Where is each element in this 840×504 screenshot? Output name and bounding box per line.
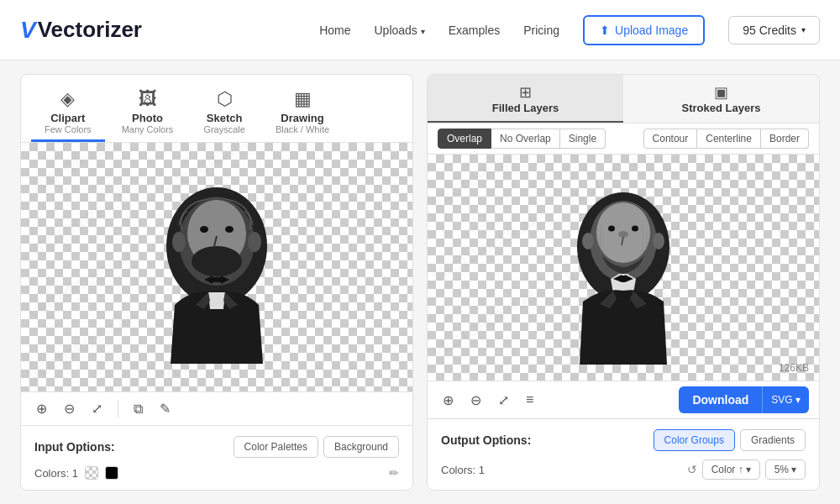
photo-label: Photo bbox=[132, 112, 163, 124]
crop-button[interactable]: ⧉ bbox=[129, 398, 148, 420]
background-button[interactable]: Background bbox=[323, 436, 399, 458]
color-palettes-button[interactable]: Color Palettes bbox=[234, 436, 318, 458]
svg-point-19 bbox=[653, 233, 664, 249]
sub-tab-single[interactable]: Single bbox=[560, 129, 606, 149]
output-zoom-out-button[interactable]: ⊖ bbox=[465, 389, 486, 412]
input-colors-row: Colors: 1 ✏ bbox=[34, 466, 399, 480]
svg-point-14 bbox=[632, 225, 638, 231]
credits-button[interactable]: 95 Credits ▾ bbox=[728, 16, 820, 45]
svg-point-15 bbox=[618, 231, 628, 238]
svg-rect-17 bbox=[622, 276, 625, 282]
photo-icon: 🖼 bbox=[139, 88, 157, 110]
tab-sketch[interactable]: ⬡ Sketch Grayscale bbox=[190, 81, 259, 142]
chevron-down-icon: ▾ bbox=[801, 25, 806, 34]
sketch-sub: Grayscale bbox=[203, 124, 245, 134]
percent-button[interactable]: 5% ▾ bbox=[765, 459, 806, 480]
nav-uploads[interactable]: Uploads ▾ bbox=[374, 24, 424, 37]
tab-photo[interactable]: 🖼 Photo Many Colors bbox=[108, 81, 187, 142]
input-panel: ◈ Clipart Few Colors 🖼 Photo Many Colors… bbox=[20, 74, 413, 491]
zoom-out-button[interactable]: ⊖ bbox=[59, 397, 80, 420]
main-content: ◈ Clipart Few Colors 🖼 Photo Many Colors… bbox=[0, 60, 840, 504]
clipart-icon: ◈ bbox=[60, 88, 75, 110]
drawing-sub: Black / White bbox=[276, 124, 329, 134]
tab-stroked-layers[interactable]: ▣ Stroked Layers bbox=[623, 75, 819, 123]
color-groups-button[interactable]: Color Groups bbox=[654, 429, 735, 451]
upload-image-button[interactable]: ⬆ Upload Image bbox=[583, 15, 705, 45]
output-fit-button[interactable]: ⤢ bbox=[493, 389, 514, 412]
photo-sub: Many Colors bbox=[122, 124, 174, 134]
output-colors-row: Colors: 1 ↺ Color ↑ ▾ 5% ▾ bbox=[441, 459, 806, 480]
sketch-icon: ⬡ bbox=[217, 88, 233, 110]
output-menu-button[interactable]: ≡ bbox=[521, 389, 538, 411]
tab-clipart[interactable]: ◈ Clipart Few Colors bbox=[31, 81, 105, 142]
reset-button[interactable]: ↺ bbox=[687, 463, 697, 476]
svg-point-6 bbox=[192, 246, 242, 276]
input-options-header: Input Options: Color Palettes Background bbox=[34, 436, 399, 458]
gradients-button[interactable]: Gradients bbox=[740, 429, 806, 451]
output-zoom-in-button[interactable]: ⊕ bbox=[438, 389, 459, 412]
output-colors-label: Colors: 1 bbox=[441, 464, 485, 476]
edit-colors-button[interactable]: ✏ bbox=[389, 466, 399, 480]
logo-text: Vectorizer bbox=[38, 17, 142, 43]
sub-tab-contour[interactable]: Contour bbox=[643, 129, 698, 149]
filled-layers-label: Filled Layers bbox=[441, 102, 610, 114]
filled-sub-tabs: Overlap No Overlap Single bbox=[438, 129, 606, 149]
fit-button[interactable]: ⤢ bbox=[87, 397, 108, 420]
tab-drawing[interactable]: ▦ Drawing Black / White bbox=[262, 81, 343, 142]
stroked-layers-icon: ▣ bbox=[637, 83, 806, 102]
color-sort-button[interactable]: Color ↑ ▾ bbox=[702, 459, 760, 480]
header: V Vectorizer Home Uploads ▾ Examples Pri… bbox=[0, 0, 840, 60]
tab-filled-layers[interactable]: ⊞ Filled Layers bbox=[428, 75, 623, 123]
nav-examples[interactable]: Examples bbox=[449, 24, 500, 37]
main-nav: Home Uploads ▾ Examples Pricing ⬆ Upload… bbox=[319, 15, 820, 45]
output-toolbar: ⊕ ⊖ ⤢ ≡ Download SVG ▾ bbox=[428, 381, 819, 418]
svg-point-3 bbox=[200, 226, 208, 233]
output-panel: ⊞ Filled Layers ▣ Stroked Layers Overlap… bbox=[427, 74, 820, 491]
sub-tab-overlap[interactable]: Overlap bbox=[438, 129, 491, 149]
download-button[interactable]: Download bbox=[679, 386, 762, 413]
chevron-down-icon: ▾ bbox=[746, 464, 751, 475]
black-swatch bbox=[105, 466, 118, 480]
clipart-sub: Few Colors bbox=[45, 124, 92, 134]
edit-button[interactable]: ✎ bbox=[155, 397, 176, 420]
file-size: 126KB bbox=[779, 362, 809, 374]
sub-tab-border[interactable]: Border bbox=[761, 129, 809, 149]
zoom-in-button[interactable]: ⊕ bbox=[31, 397, 52, 420]
color-controls: ↺ Color ↑ ▾ 5% ▾ bbox=[687, 459, 806, 480]
svg-point-13 bbox=[608, 225, 615, 231]
svg-point-8 bbox=[172, 232, 186, 252]
credits-label: 95 Credits bbox=[743, 24, 796, 37]
nav-pricing[interactable]: Pricing bbox=[523, 24, 559, 37]
input-option-buttons: Color Palettes Background bbox=[234, 436, 399, 458]
input-colors-label: Colors: 1 bbox=[34, 467, 78, 480]
output-option-buttons: Color Groups Gradients bbox=[654, 429, 806, 451]
chevron-down-icon: ▾ bbox=[795, 394, 801, 406]
download-format-label: SVG bbox=[771, 394, 792, 406]
input-options-area: Input Options: Color Palettes Background… bbox=[21, 425, 412, 490]
input-toolbar: ⊕ ⊖ ⤢ ⧉ ✎ bbox=[21, 391, 412, 425]
output-sub-tabs: Overlap No Overlap Single Contour Center… bbox=[428, 123, 819, 155]
sub-tab-centerline[interactable]: Centerline bbox=[697, 129, 761, 149]
output-options-area: Output Options: Color Groups Gradients C… bbox=[428, 418, 819, 490]
output-canvas: VECTORIZER.AI VECTORIZER.AI VECTORIZER.A… bbox=[428, 155, 819, 381]
toolbar-separator bbox=[118, 401, 118, 417]
input-options-title: Input Options: bbox=[34, 440, 115, 454]
sub-tab-no-overlap[interactable]: No Overlap bbox=[491, 129, 560, 149]
output-mode-tabs: ⊞ Filled Layers ▣ Stroked Layers bbox=[428, 75, 819, 123]
download-group: Download SVG ▾ bbox=[679, 386, 809, 413]
logo-v: V bbox=[20, 17, 36, 44]
stroked-layers-label: Stroked Layers bbox=[637, 102, 806, 114]
chevron-down-icon: ▾ bbox=[421, 27, 425, 36]
percent-label: 5% bbox=[774, 464, 789, 475]
drawing-label: Drawing bbox=[281, 112, 323, 124]
sketch-label: Sketch bbox=[207, 112, 243, 124]
filled-layers-icon: ⊞ bbox=[441, 83, 610, 102]
nav-uploads-label: Uploads bbox=[374, 24, 417, 37]
download-format-dropdown[interactable]: SVG ▾ bbox=[762, 386, 809, 413]
nav-home[interactable]: Home bbox=[319, 24, 350, 37]
input-canvas: VECTORIZER.AI VECTORIZER.AI VECTORIZER.A… bbox=[21, 143, 412, 391]
svg-point-9 bbox=[248, 232, 261, 252]
drawing-icon: ▦ bbox=[294, 88, 312, 110]
svg-point-4 bbox=[225, 226, 234, 233]
chevron-down-icon: ▾ bbox=[791, 464, 796, 475]
